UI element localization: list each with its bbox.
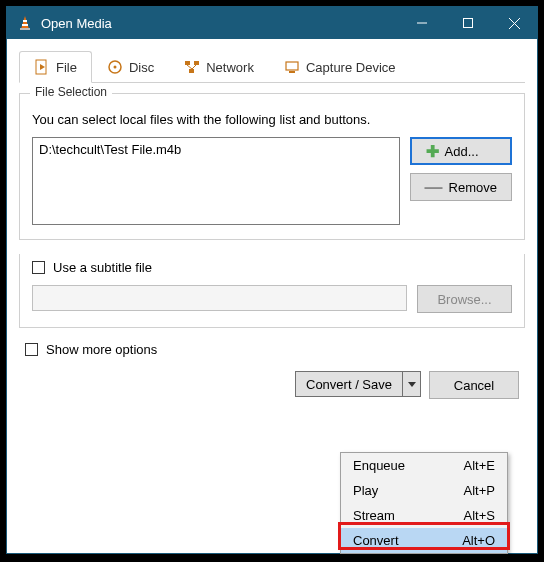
group-title: File Selection xyxy=(30,85,112,99)
menu-item-stream[interactable]: Stream Alt+S xyxy=(341,503,507,528)
svg-line-16 xyxy=(192,65,196,69)
tab-file[interactable]: File xyxy=(19,51,92,83)
dialog-buttons: Convert / Save Cancel xyxy=(19,371,525,399)
file-list[interactable]: D:\techcult\Test File.m4b xyxy=(32,137,400,225)
svg-rect-13 xyxy=(194,61,199,65)
convert-save-button[interactable]: Convert / Save xyxy=(295,371,403,397)
menu-item-label: Convert xyxy=(353,533,399,548)
disc-icon xyxy=(107,59,123,75)
add-button[interactable]: ✚ Add... xyxy=(410,137,512,165)
tab-disc[interactable]: Disc xyxy=(92,51,169,82)
tab-label: File xyxy=(56,60,77,75)
svg-rect-2 xyxy=(23,20,27,22)
button-label: Convert / Save xyxy=(306,377,392,392)
svg-rect-1 xyxy=(20,28,30,30)
convert-save-split-button[interactable]: Convert / Save xyxy=(295,371,421,399)
tab-capture-device[interactable]: Capture Device xyxy=(269,51,411,82)
source-tabs: File Disc Network Capture Device xyxy=(19,51,525,83)
button-label: Add... xyxy=(445,144,479,159)
subtitle-group: Use a subtitle file Browse... xyxy=(19,254,525,328)
browse-button: Browse... xyxy=(417,285,512,313)
tab-network[interactable]: Network xyxy=(169,51,269,82)
menu-item-label: Stream xyxy=(353,508,395,523)
subtitle-check-label: Use a subtitle file xyxy=(53,260,152,275)
subtitle-checkbox[interactable] xyxy=(32,261,45,274)
dialog-content: File Disc Network Capture Device File Se… xyxy=(7,39,537,407)
tab-label: Network xyxy=(206,60,254,75)
titlebar: Open Media xyxy=(7,7,537,39)
convert-save-menu: Enqueue Alt+E Play Alt+P Stream Alt+S Co… xyxy=(340,452,508,554)
svg-rect-3 xyxy=(22,24,28,26)
file-list-item[interactable]: D:\techcult\Test File.m4b xyxy=(39,142,393,157)
convert-save-dropdown[interactable] xyxy=(403,371,421,397)
svg-line-15 xyxy=(187,65,192,69)
file-selection-hint: You can select local files with the foll… xyxy=(32,112,512,127)
svg-marker-9 xyxy=(40,64,45,70)
button-label: Browse... xyxy=(437,292,491,307)
file-selection-group: File Selection You can select local file… xyxy=(19,93,525,240)
capture-icon xyxy=(284,59,300,75)
vlc-cone-icon xyxy=(17,15,33,31)
subtitle-path-input xyxy=(32,285,407,311)
plus-icon: ✚ xyxy=(426,142,439,161)
minimize-button[interactable] xyxy=(399,7,445,39)
window-title: Open Media xyxy=(41,16,399,31)
tab-label: Capture Device xyxy=(306,60,396,75)
show-more-checkbox[interactable] xyxy=(25,343,38,356)
menu-item-play[interactable]: Play Alt+P xyxy=(341,478,507,503)
remove-button[interactable]: — Remove xyxy=(410,173,512,201)
button-label: Remove xyxy=(449,180,497,195)
menu-item-accel: Alt+P xyxy=(464,483,495,498)
menu-item-accel: Alt+O xyxy=(462,533,495,548)
close-button[interactable] xyxy=(491,7,537,39)
maximize-button[interactable] xyxy=(445,7,491,39)
svg-rect-12 xyxy=(185,61,190,65)
menu-item-accel: Alt+E xyxy=(464,458,495,473)
network-icon xyxy=(184,59,200,75)
button-label: Cancel xyxy=(454,378,494,393)
chevron-down-icon xyxy=(408,382,416,387)
svg-point-11 xyxy=(113,66,116,69)
svg-marker-0 xyxy=(21,16,29,29)
menu-item-label: Enqueue xyxy=(353,458,405,473)
menu-item-label: Play xyxy=(353,483,378,498)
cancel-button[interactable]: Cancel xyxy=(429,371,519,399)
file-play-icon xyxy=(34,59,50,75)
svg-rect-14 xyxy=(189,69,194,73)
svg-rect-18 xyxy=(289,71,295,73)
menu-item-convert[interactable]: Convert Alt+O xyxy=(341,528,507,553)
menu-item-enqueue[interactable]: Enqueue Alt+E xyxy=(341,453,507,478)
svg-rect-17 xyxy=(286,62,298,70)
tab-label: Disc xyxy=(129,60,154,75)
svg-rect-5 xyxy=(464,19,473,28)
menu-item-accel: Alt+S xyxy=(464,508,495,523)
show-more-label: Show more options xyxy=(46,342,157,357)
